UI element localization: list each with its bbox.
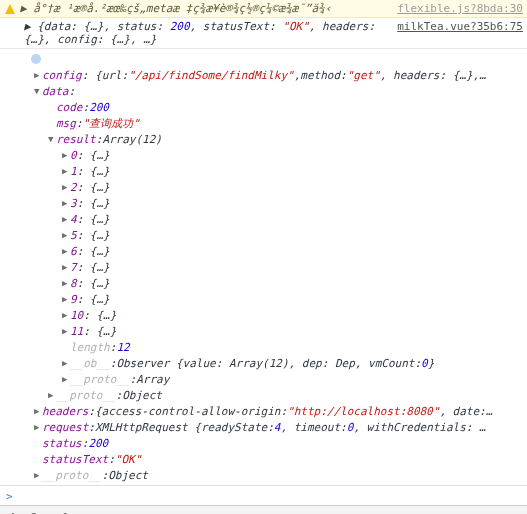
log-source-link[interactable]: milkTea.vue?35b6:75 bbox=[389, 20, 523, 33]
expand-icon[interactable] bbox=[62, 166, 70, 176]
row-proto-object[interactable]: __proto__: Object bbox=[20, 387, 527, 403]
info-icon[interactable] bbox=[30, 53, 42, 65]
expand-icon[interactable] bbox=[62, 310, 70, 320]
svg-marker-0 bbox=[5, 4, 15, 14]
collapse-icon[interactable] bbox=[48, 134, 56, 144]
svg-point-1 bbox=[31, 54, 41, 64]
row-status-text[interactable]: statusText: "OK" bbox=[20, 451, 527, 467]
array-item[interactable]: 2: {…} bbox=[20, 179, 527, 195]
console-warning-row: ▶ å°†æ ¹æ®å.²æœ‰çš„metaæ ‡ç¾æ¥è®¾ç½®ç¼©æ… bbox=[0, 0, 527, 18]
array-item[interactable]: 0: {…} bbox=[20, 147, 527, 163]
expand-icon[interactable] bbox=[62, 246, 70, 256]
expand-icon[interactable] bbox=[62, 294, 70, 304]
row-code[interactable]: code: 200 bbox=[20, 99, 527, 115]
expand-icon[interactable] bbox=[62, 374, 70, 384]
array-item[interactable]: 11: {…} bbox=[20, 323, 527, 339]
expand-icon[interactable] bbox=[62, 182, 70, 192]
row-data[interactable]: data: bbox=[20, 83, 527, 99]
expand-icon[interactable] bbox=[62, 326, 70, 336]
row-request[interactable]: request: XMLHttpRequest {readyState: 4, … bbox=[20, 419, 527, 435]
row-ob[interactable]: __ob__: Observer {value: Array(12), dep:… bbox=[20, 355, 527, 371]
tree-info-row bbox=[20, 51, 527, 67]
warning-text: ▶ å°†æ ¹æ®å.²æœ‰çš„metaæ ‡ç¾æ¥è®¾ç½®ç¼©æ… bbox=[20, 2, 389, 15]
expand-icon[interactable] bbox=[48, 390, 56, 400]
expand-icon[interactable] bbox=[34, 70, 42, 80]
expand-icon[interactable] bbox=[62, 214, 70, 224]
array-item[interactable]: 8: {…} bbox=[20, 275, 527, 291]
array-item[interactable]: 3: {…} bbox=[20, 195, 527, 211]
expand-icon[interactable] bbox=[34, 422, 42, 432]
prompt-chevron-icon: > bbox=[6, 490, 13, 503]
array-item[interactable]: 9: {…} bbox=[20, 291, 527, 307]
row-length[interactable]: length: 12 bbox=[20, 339, 527, 355]
expand-icon[interactable] bbox=[62, 278, 70, 288]
collapse-icon[interactable] bbox=[34, 86, 42, 96]
array-item[interactable]: 4: {…} bbox=[20, 211, 527, 227]
expand-icon[interactable] bbox=[34, 470, 42, 480]
row-result[interactable]: result: Array(12) bbox=[20, 131, 527, 147]
menu-icon[interactable]: ⋮ bbox=[6, 511, 20, 515]
expand-icon[interactable] bbox=[62, 262, 70, 272]
array-item[interactable]: 5: {…} bbox=[20, 227, 527, 243]
warning-icon bbox=[4, 3, 16, 15]
expand-icon[interactable] bbox=[62, 150, 70, 160]
drawer-toolbar: ⋮ Console bbox=[0, 505, 527, 514]
expand-icon[interactable] bbox=[34, 406, 42, 416]
array-item[interactable]: 6: {…} bbox=[20, 243, 527, 259]
expand-icon[interactable] bbox=[62, 230, 70, 240]
row-status[interactable]: status: 200 bbox=[20, 435, 527, 451]
object-tree: config: {url: "/api/findSome/findMilky",… bbox=[0, 48, 527, 485]
array-item[interactable]: 7: {…} bbox=[20, 259, 527, 275]
log-summary[interactable]: ▶ {data: {…}, status: 200, statusText: "… bbox=[24, 20, 389, 46]
row-config[interactable]: config: {url: "/api/findSome/findMilky",… bbox=[20, 67, 527, 83]
warning-source-link[interactable]: flexible.js?8bda:30 bbox=[389, 2, 523, 15]
expand-icon[interactable] bbox=[62, 198, 70, 208]
row-headers[interactable]: headers: {access-control-allow-origin: "… bbox=[20, 403, 527, 419]
row-msg[interactable]: msg: "查询成功" bbox=[20, 115, 527, 131]
expand-icon[interactable] bbox=[62, 358, 70, 368]
row-proto-array[interactable]: __proto__: Array bbox=[20, 371, 527, 387]
array-item[interactable]: 10: {…} bbox=[20, 307, 527, 323]
array-item[interactable]: 1: {…} bbox=[20, 163, 527, 179]
console-log-row: ▶ {data: {…}, status: 200, statusText: "… bbox=[0, 18, 527, 48]
console-prompt[interactable]: > bbox=[0, 485, 527, 505]
row-proto-root[interactable]: __proto__: Object bbox=[20, 467, 527, 483]
